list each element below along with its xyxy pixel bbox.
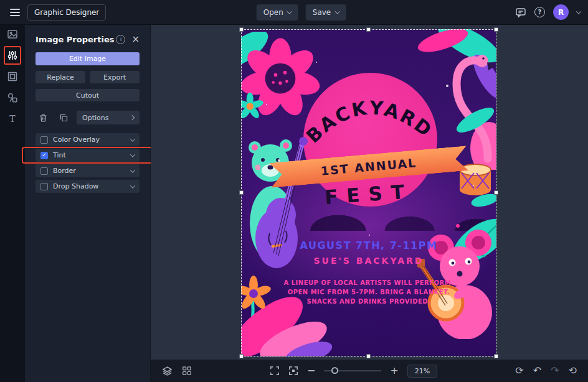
selected-object: BACKYARD 1ST ANNUAL FEST AUGUST 7TH, 7-1… xyxy=(241,29,496,356)
tool-sidebar: T xyxy=(0,25,25,382)
menu-icon[interactable] xyxy=(10,9,20,16)
sidebar-item-edit[interactable] xyxy=(7,50,18,61)
poster-details-line: A LINEUP OF LOCAL ARTISTS WILL PERFORM. xyxy=(269,278,468,287)
layers-button[interactable] xyxy=(162,366,173,376)
zoom-in-button[interactable]: + xyxy=(390,366,398,376)
help-icon[interactable]: ? xyxy=(534,7,545,17)
save-button[interactable]: Save xyxy=(306,4,346,21)
selection-handle[interactable] xyxy=(494,27,498,32)
section-label: Border xyxy=(53,167,76,175)
drop-shadow-checkbox[interactable]: ✓ xyxy=(40,183,48,190)
section-label: Tint xyxy=(53,151,66,159)
selection-handle[interactable] xyxy=(366,27,371,32)
color-overlay-checkbox[interactable]: ✓ xyxy=(40,136,48,144)
zoom-slider-knob[interactable] xyxy=(331,367,338,374)
open-button[interactable]: Open xyxy=(257,4,298,21)
save-label: Save xyxy=(313,8,331,17)
section-row-color-overlay[interactable]: ✓ Color Overlay xyxy=(36,133,140,146)
poster-details: A LINEUP OF LOCAL ARTISTS WILL PERFORM. … xyxy=(269,278,468,306)
cutout-button[interactable]: Cutout xyxy=(36,89,140,101)
export-button[interactable]: Export xyxy=(90,71,140,83)
delete-button[interactable] xyxy=(39,113,48,123)
selection-handle[interactable] xyxy=(239,190,244,195)
poster-date: AUGUST 7TH, 7-11PM xyxy=(241,240,496,251)
check-icon: ✓ xyxy=(42,152,47,158)
feedback-icon[interactable] xyxy=(515,7,526,18)
trash-icon xyxy=(39,113,48,123)
poster-details-line: SNACKS AND DRINKS PROVIDED. xyxy=(269,297,468,306)
design-canvas[interactable]: BACKYARD 1ST ANNUAL FEST AUGUST 7TH, 7-1… xyxy=(151,25,588,382)
canvas-toolbar: − + 21% ⟳ ↶ ↷ ⟲ xyxy=(151,360,588,382)
zoom-slider[interactable] xyxy=(324,370,381,371)
image-library-icon xyxy=(7,29,18,40)
chevron-down-icon xyxy=(287,9,292,14)
tint-checkbox[interactable]: ✓ xyxy=(40,152,48,159)
toolbar-right: ⟳ ↶ ↷ ⟲ xyxy=(515,366,577,376)
replace-export-row: Replace Export xyxy=(36,71,140,83)
edit-image-button[interactable]: Edit Image xyxy=(36,52,140,65)
fullscreen-icon xyxy=(270,366,280,376)
edit-sliders-icon xyxy=(7,50,18,61)
options-dropdown[interactable]: Options xyxy=(77,111,140,124)
duplicate-button[interactable] xyxy=(59,113,69,123)
main-area: T Image Properties i × Edit Image Replac… xyxy=(0,25,588,382)
copy-icon xyxy=(59,113,69,123)
selection-handle[interactable] xyxy=(494,190,498,195)
section-row-drop-shadow[interactable]: ✓ Drop Shadow xyxy=(36,180,140,193)
effect-sections: ✓ Color Overlay ✓ Tint ✓ Border ✓ Drop S… xyxy=(36,133,140,193)
top-bar: Graphic Designer Open Save ? R xyxy=(0,0,588,25)
close-icon[interactable]: × xyxy=(131,35,140,44)
chevron-down-icon[interactable] xyxy=(130,167,135,172)
toolbar-left xyxy=(162,366,192,376)
chevron-down-icon[interactable] xyxy=(130,136,135,141)
zoom-out-button[interactable]: − xyxy=(307,366,315,376)
poster-details-line: OPEN MIC FROM 5-7PM. BRING A BLANKET. xyxy=(269,287,468,297)
border-checkbox[interactable]: ✓ xyxy=(40,167,48,175)
chevron-right-icon xyxy=(130,115,135,120)
poster-venue: SUE'S BACKYARD xyxy=(241,256,496,266)
toolbar-zoom-controls: − + 21% xyxy=(270,365,437,378)
selection-handle[interactable] xyxy=(239,354,244,358)
poster-ribbon-text: 1ST ANNUAL xyxy=(320,156,417,177)
grid-icon xyxy=(182,366,192,376)
grid-view-button[interactable] xyxy=(182,366,192,376)
section-label: Color Overlay xyxy=(53,136,100,144)
image-properties-panel: Image Properties i × Edit Image Replace … xyxy=(25,25,151,382)
panel-title: Image Properties xyxy=(36,35,114,44)
chevron-down-icon xyxy=(334,9,339,14)
chevron-down-icon[interactable] xyxy=(130,152,135,157)
options-label: Options xyxy=(82,114,108,122)
sidebar-item-text[interactable]: T xyxy=(7,113,18,124)
avatar[interactable]: R xyxy=(553,4,569,20)
info-icon[interactable]: i xyxy=(116,35,125,44)
sync-icon[interactable]: ⟳ xyxy=(515,366,523,376)
selection-handle[interactable] xyxy=(494,354,498,358)
fit-to-screen-button[interactable] xyxy=(288,366,298,376)
account-chevron-icon[interactable] xyxy=(576,9,581,14)
frames-icon xyxy=(7,71,18,82)
poster-image[interactable]: BACKYARD 1ST ANNUAL FEST AUGUST 7TH, 7-1… xyxy=(241,29,496,356)
fullscreen-button[interactable] xyxy=(270,366,280,376)
sidebar-item-image-library[interactable] xyxy=(7,29,18,40)
selection-handle[interactable] xyxy=(366,354,371,358)
section-row-border[interactable]: ✓ Border xyxy=(36,164,140,177)
history-icon[interactable]: ⟲ xyxy=(569,366,577,376)
object-tools-row: Options xyxy=(36,111,140,124)
section-row-tint[interactable]: ✓ Tint xyxy=(36,149,140,162)
section-label: Drop Shadow xyxy=(53,182,98,190)
topbar-right: ? R xyxy=(515,4,581,20)
layers-icon xyxy=(162,366,173,376)
zoom-level-badge[interactable]: 21% xyxy=(407,365,437,378)
open-label: Open xyxy=(263,8,283,17)
redo-icon[interactable]: ↷ xyxy=(551,366,559,376)
replace-button[interactable]: Replace xyxy=(36,71,85,83)
svg-text:BACKYARD: BACKYARD xyxy=(300,93,438,148)
undo-icon[interactable]: ↶ xyxy=(533,366,541,376)
sidebar-item-graphics[interactable] xyxy=(7,92,18,103)
text-tool-icon: T xyxy=(7,113,18,124)
chevron-down-icon[interactable] xyxy=(130,183,135,188)
selection-handle[interactable] xyxy=(239,27,244,32)
sidebar-item-frames[interactable] xyxy=(7,71,18,82)
app-title: Graphic Designer xyxy=(27,4,106,21)
fit-screen-icon xyxy=(288,366,298,376)
